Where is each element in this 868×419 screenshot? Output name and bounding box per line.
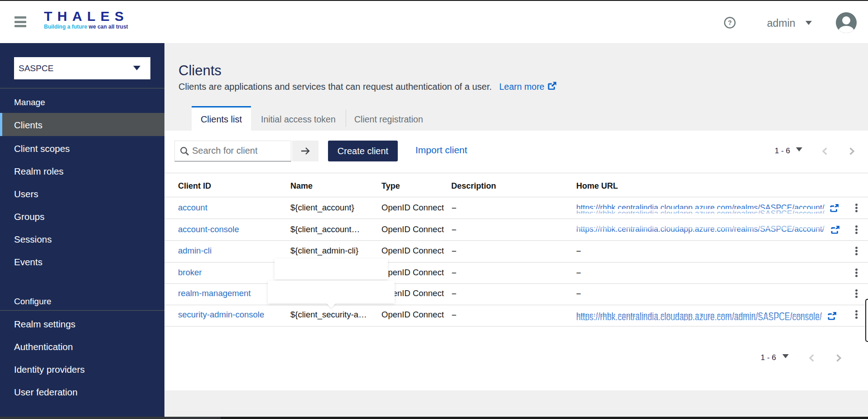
svg-text:?: ? [728, 19, 732, 26]
